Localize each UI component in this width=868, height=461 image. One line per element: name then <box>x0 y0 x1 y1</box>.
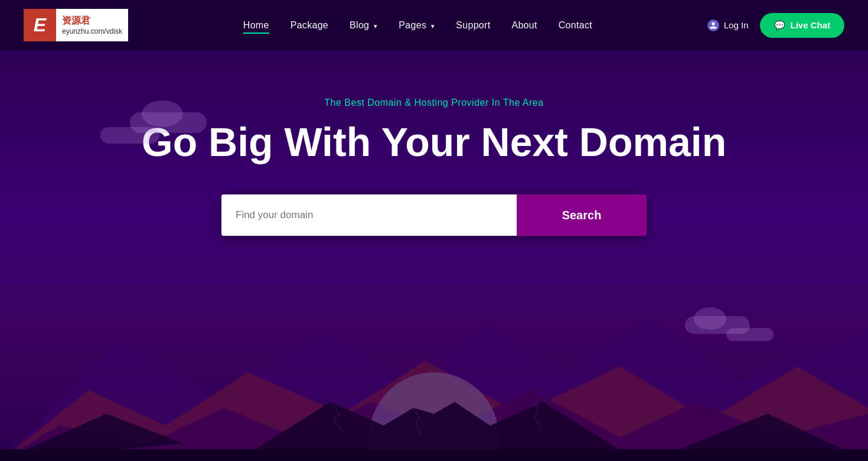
hero-subtitle: The Best Domain & Hosting Provider In Th… <box>324 98 543 108</box>
nav-item-contact[interactable]: Contact <box>559 20 592 31</box>
nav-link-pages[interactable]: Pages ▾ <box>399 20 435 33</box>
domain-search-bar: Search <box>221 194 647 236</box>
nav-link-package[interactable]: Package <box>291 20 328 33</box>
nav-link-home[interactable]: Home <box>243 20 269 34</box>
nav-right: Log In 💬 Live Chat <box>707 13 844 38</box>
user-icon <box>707 20 719 31</box>
hero-title: Go Big With Your Next Domain <box>142 119 726 165</box>
nav-links: Home Package Blog ▾ Pages ▾ Support Abou… <box>243 20 592 31</box>
logo-url: eyunzhu.com/vdisk <box>62 27 122 35</box>
nav-item-about[interactable]: About <box>511 20 537 31</box>
login-button[interactable]: Log In <box>707 20 749 31</box>
nav-link-support[interactable]: Support <box>456 20 490 33</box>
cloud-decoration-2 <box>100 127 159 144</box>
hero-section: The Best Domain & Hosting Provider In Th… <box>0 50 868 461</box>
chevron-down-icon: ▾ <box>374 22 377 30</box>
chevron-down-icon: ▾ <box>431 22 435 30</box>
mountain-background <box>0 272 868 461</box>
live-chat-label: Live Chat <box>790 20 830 30</box>
nav-link-contact[interactable]: Contact <box>559 20 592 33</box>
navbar: E 资源君 eyunzhu.com/vdisk Home Package Blo… <box>0 0 868 50</box>
logo[interactable]: E 资源君 eyunzhu.com/vdisk <box>24 9 128 41</box>
logo-letter: E <box>24 9 56 41</box>
nav-item-support[interactable]: Support <box>456 20 490 31</box>
search-button[interactable]: Search <box>517 194 647 236</box>
chat-icon: 💬 <box>774 20 785 31</box>
nav-link-blog[interactable]: Blog ▾ <box>350 20 377 33</box>
svg-rect-7 <box>0 449 868 461</box>
logo-chinese: 资源君 <box>62 15 122 27</box>
nav-item-pages[interactable]: Pages ▾ <box>399 20 435 31</box>
logo-text-block: 资源君 eyunzhu.com/vdisk <box>56 9 128 41</box>
nav-item-home[interactable]: Home <box>243 20 269 31</box>
live-chat-button[interactable]: 💬 Live Chat <box>760 13 844 38</box>
login-label: Log In <box>724 20 749 30</box>
nav-link-about[interactable]: About <box>511 20 537 33</box>
domain-search-input[interactable] <box>221 194 517 236</box>
nav-item-package[interactable]: Package <box>291 20 328 31</box>
nav-item-blog[interactable]: Blog ▾ <box>350 20 377 31</box>
